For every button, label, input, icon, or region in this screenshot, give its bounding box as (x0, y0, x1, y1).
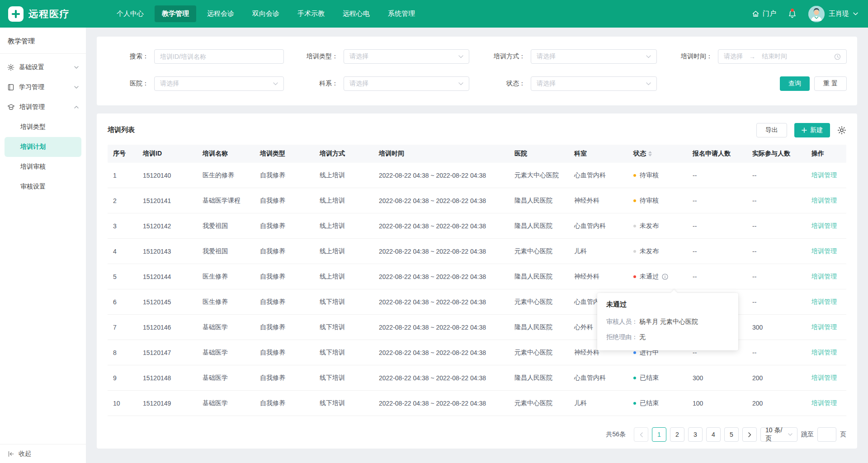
pagination-next-button[interactable] (742, 427, 757, 442)
collapse-label: 收起 (19, 450, 31, 458)
reset-button[interactable]: 重 置 (814, 76, 847, 91)
table-row: 515120144医生修养自我修养线上培训2022-08-22 04:38 ~ … (108, 264, 846, 289)
row-action-link[interactable]: 培训管理 (811, 273, 837, 281)
cell-dept: 儿科 (569, 399, 628, 407)
nav-item-two-way-consult[interactable]: 双向会诊 (245, 5, 287, 22)
row-action-link[interactable]: 培训管理 (811, 197, 837, 205)
cell-status: 未通过 (628, 273, 687, 281)
cell-hospital: 元素中心医院 (509, 399, 569, 407)
cell-actual: 300 (747, 324, 806, 331)
pagination-page-2[interactable]: 2 (670, 427, 684, 442)
sidebar-item-training[interactable]: 培训管理 (0, 97, 86, 117)
cell-seq: 8 (108, 349, 137, 356)
cell-mode: 线下培训 (314, 323, 373, 331)
cell-applied: -- (687, 222, 747, 230)
row-action-link[interactable]: 培训管理 (811, 323, 837, 331)
row-action-link[interactable]: 培训管理 (811, 349, 837, 357)
nav-item-teaching[interactable]: 教学管理 (155, 5, 196, 22)
notification-bell-icon[interactable] (788, 9, 797, 19)
chevron-down-icon (853, 12, 858, 15)
cell-type: 自我修养 (255, 323, 314, 331)
nav-item-system[interactable]: 系统管理 (381, 5, 422, 22)
cell-mode: 线下培训 (314, 349, 373, 357)
filter-label: 培训方式： (475, 52, 525, 61)
cell-name: 基础医学 (197, 374, 255, 382)
jump-page-input[interactable] (817, 427, 836, 442)
training-type-select[interactable]: 请选择 (344, 49, 469, 64)
department-select[interactable]: 请选择 (344, 76, 469, 91)
cell-status: 待审核 (628, 171, 687, 180)
sidebar-item-training-review[interactable]: 培训审核 (5, 157, 81, 177)
create-button[interactable]: 新建 (794, 123, 830, 137)
sidebar-item-training-plan[interactable]: 培训计划 (5, 137, 81, 157)
sidebar-item-review-settings[interactable]: 审核设置 (5, 177, 81, 197)
navbar-right: 门户 王肖瑅 (752, 6, 858, 22)
sidebar-item-learning[interactable]: 学习管理 (0, 77, 86, 97)
column-header-status: 状态 (628, 150, 687, 158)
filter-actions: 查询 重 置 (780, 76, 847, 91)
pagination-page-1[interactable]: 1 (652, 427, 666, 442)
cell-type: 自我修养 (255, 197, 314, 205)
avatar (808, 6, 825, 22)
search-button[interactable]: 查询 (780, 76, 810, 91)
cell-time: 2022-08-22 04:38 ~ 2022-08-22 04:38 (373, 273, 509, 280)
nav-item-personal[interactable]: 个人中心 (109, 5, 151, 22)
column-header: 培训时间 (373, 150, 509, 158)
row-action-link[interactable]: 培训管理 (811, 374, 837, 382)
sidebar-item-basic-settings[interactable]: 基础设置 (0, 57, 86, 77)
row-action-link[interactable]: 培训管理 (811, 171, 837, 180)
training-mode-select[interactable]: 请选择 (531, 49, 657, 64)
sort-icon[interactable] (648, 151, 652, 156)
table-settings-gear-icon[interactable] (837, 126, 846, 135)
cell-actual: -- (747, 298, 806, 306)
row-action-link[interactable]: 培训管理 (811, 399, 837, 407)
sidebar-collapse-button[interactable]: 收起 (0, 444, 86, 463)
cell-actual: -- (747, 349, 806, 356)
sidebar-item-training-type[interactable]: 培训类型 (5, 117, 81, 137)
pagination-page-5[interactable]: 5 (724, 427, 739, 442)
table-row: 915120148基础医学自我修养线下培训2022-08-22 04:38 ~ … (108, 365, 846, 391)
status-label: 未发布 (640, 247, 659, 255)
status-label: 已结束 (640, 374, 659, 382)
training-list-panel: 培训列表 导出 新建 序号 培训ID 培训名称 培训类型 培训方式 (97, 113, 857, 449)
sidebar-item-label: 基础设置 (19, 63, 44, 71)
cell-name: 基础医学 (197, 349, 255, 357)
chevron-right-icon (748, 432, 751, 437)
cell-mode: 线上培训 (314, 273, 373, 281)
user-menu[interactable]: 王肖瑅 (808, 6, 858, 22)
info-icon[interactable] (662, 274, 668, 280)
status-select[interactable]: 请选择 (531, 76, 657, 91)
row-action-link[interactable]: 培训管理 (811, 247, 837, 255)
cell-applied: -- (687, 197, 747, 204)
training-time-range-picker[interactable]: 请选择 → 结束时间 (718, 49, 847, 64)
cell-time: 2022-08-22 04:38 ~ 2022-08-22 04:38 (373, 172, 509, 179)
cell-time: 2022-08-22 04:38 ~ 2022-08-22 04:38 (373, 298, 509, 306)
cell-name: 医生修养 (197, 298, 255, 306)
search-input[interactable] (154, 49, 284, 64)
cell-type: 自我修养 (255, 247, 314, 255)
chevron-down-icon (74, 66, 79, 69)
cell-id: 15120147 (137, 349, 197, 356)
row-action-link[interactable]: 培训管理 (811, 222, 837, 230)
cell-action: 培训管理 (806, 298, 845, 306)
nav-item-surgery-demo[interactable]: 手术示教 (290, 5, 332, 22)
export-button[interactable]: 导出 (756, 123, 787, 137)
cell-time: 2022-08-22 04:38 ~ 2022-08-22 04:38 (373, 349, 509, 356)
nav-item-remote-consult[interactable]: 远程会诊 (200, 5, 241, 22)
pagination-page-4[interactable]: 4 (706, 427, 721, 442)
cell-status: 已结束 (628, 399, 687, 407)
pagination-page-3[interactable]: 3 (688, 427, 703, 442)
page-size-select[interactable]: 10 条/页 (760, 427, 797, 442)
pagination-prev-button[interactable] (634, 427, 648, 442)
range-end-placeholder: 结束时间 (762, 52, 787, 61)
chevron-down-icon (458, 82, 463, 85)
portal-button[interactable]: 门户 (752, 9, 776, 18)
cell-name: 我爱祖国 (197, 222, 255, 230)
hospital-select[interactable]: 请选择 (154, 76, 284, 91)
column-header: 科室 (569, 150, 628, 158)
cell-status: 未发布 (628, 247, 687, 255)
cell-applied: 100 (687, 400, 747, 407)
cell-action: 培训管理 (806, 171, 845, 180)
nav-item-remote-ecg[interactable]: 远程心电 (335, 5, 377, 22)
row-action-link[interactable]: 培训管理 (811, 298, 837, 306)
